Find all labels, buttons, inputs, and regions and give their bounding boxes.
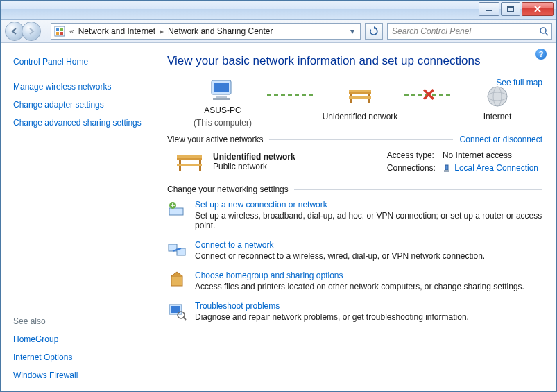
refresh-button[interactable] (365, 23, 383, 40)
connect-network-icon (167, 240, 187, 259)
minimize-button[interactable] (479, 2, 499, 16)
nic-icon (443, 164, 451, 173)
active-network-name: Unidentified network (213, 152, 295, 162)
svg-rect-23 (177, 155, 202, 158)
access-type-value: No Internet access (440, 150, 541, 161)
see-also-link[interactable]: Internet Options (13, 352, 142, 363)
sidebar: Control Panel Home Manage wireless netwo… (1, 43, 148, 391)
address-dropdown-icon[interactable]: ▾ (348, 26, 357, 36)
connection-link[interactable]: Local Area Connection (454, 163, 538, 173)
map-nodes: ASUS-PC (This computer) Unidentified net… (181, 78, 539, 128)
settings-item-desc: Connect or reconnect to a wireless, wire… (195, 251, 485, 261)
search-input[interactable] (391, 26, 539, 37)
settings-item-title[interactable]: Set up a new connection or network (195, 200, 542, 210)
troubleshoot-icon (167, 301, 187, 321)
search-icon[interactable] (539, 26, 549, 36)
svg-rect-29 (169, 208, 183, 215)
connect-disconnect-link[interactable]: Connect or disconnect (460, 135, 542, 144)
svg-rect-33 (171, 276, 182, 286)
settings-item-title[interactable]: Troubleshoot problems (195, 301, 469, 311)
svg-rect-5 (60, 28, 63, 31)
network-map: See full map ASUS-PC (This computer) Uni… (167, 78, 542, 128)
svg-rect-0 (486, 10, 492, 11)
window: « Network and Internet ▸ Network and Sha… (0, 0, 557, 392)
section-label: Change your networking settings (167, 185, 289, 194)
maximize-button[interactable] (501, 2, 520, 16)
svg-rect-12 (216, 96, 227, 98)
content: ? View your basic network information an… (148, 43, 556, 391)
address-box[interactable]: « Network and Internet ▸ Network and Sha… (51, 23, 361, 40)
breadcrumb-part[interactable]: Network and Internet (78, 26, 155, 36)
svg-rect-7 (60, 32, 63, 35)
map-link-bad-icon (404, 94, 453, 96)
control-panel-icon (54, 26, 65, 37)
settings-item-title[interactable]: Choose homegroup and sharing options (195, 271, 524, 280)
settings-item: Connect to a network Connect or reconnec… (167, 240, 542, 261)
page-title: View your basic network information and … (167, 54, 542, 68)
settings-item: Troubleshoot problems Diagnose and repai… (167, 301, 542, 322)
help-icon[interactable]: ? (535, 49, 547, 60)
title-bar (1, 1, 556, 20)
breadcrumb-sep-icon: ▸ (160, 26, 164, 36)
svg-rect-2 (508, 7, 514, 8)
sidebar-link[interactable]: Change adapter settings (13, 99, 142, 110)
settings-header: Change your networking settings (167, 185, 542, 194)
node-label: Internet (483, 112, 512, 121)
svg-rect-13 (213, 98, 230, 100)
close-button[interactable] (522, 2, 554, 16)
control-panel-home-link[interactable]: Control Panel Home (13, 56, 142, 67)
svg-rect-6 (56, 32, 59, 35)
svg-line-37 (183, 317, 186, 320)
see-also-heading: See also (13, 316, 142, 326)
svg-rect-27 (445, 165, 448, 170)
bench-icon (174, 151, 203, 173)
svg-line-9 (545, 33, 548, 35)
active-network-type: Public network (213, 162, 295, 171)
svg-point-8 (540, 28, 546, 33)
settings-item-desc: Access files and printers located on oth… (195, 282, 524, 291)
active-network-block: Unidentified network Public network Acce… (174, 148, 542, 175)
address-bar: « Network and Internet ▸ Network and Sha… (1, 20, 556, 43)
sidebar-link[interactable]: Change advanced sharing settings (13, 117, 142, 128)
node-internet[interactable]: Internet (456, 84, 539, 121)
section-label: View your active networks (167, 135, 264, 144)
globe-icon (482, 84, 513, 109)
settings-item-desc: Set up a wireless, broadband, dial-up, a… (195, 211, 542, 230)
access-type-label: Access type: (384, 150, 438, 161)
see-also-link[interactable]: HomeGroup (13, 334, 142, 345)
node-sublabel: (This computer) (194, 118, 252, 128)
svg-rect-26 (177, 164, 202, 166)
forward-button[interactable] (22, 22, 41, 41)
map-link-ok-icon (267, 94, 316, 96)
active-network-details: Access type: No Internet access Connecti… (383, 148, 542, 175)
settings-item: Set up a new connection or network Set u… (167, 200, 542, 230)
settings-item-title[interactable]: Connect to a network (195, 240, 485, 250)
svg-rect-18 (349, 96, 371, 99)
computer-icon (207, 78, 238, 103)
body: Control Panel Home Manage wireless netwo… (1, 43, 556, 391)
svg-rect-15 (349, 90, 371, 92)
svg-point-19 (488, 87, 507, 106)
svg-rect-4 (56, 28, 59, 31)
see-also-link[interactable]: Windows Firewall (13, 370, 142, 381)
homegroup-icon (167, 271, 187, 290)
connections-label: Connections: (384, 162, 438, 173)
setup-connection-icon (167, 200, 187, 219)
active-networks-header: View your active networks Connect or dis… (167, 135, 542, 144)
settings-item-desc: Diagnose and repair network problems, or… (195, 312, 469, 322)
nav-buttons (5, 22, 46, 41)
settings-item: Choose homegroup and sharing options Acc… (167, 271, 542, 291)
svg-rect-28 (444, 170, 449, 172)
breadcrumb-back-chevron: « (69, 26, 74, 36)
search-box[interactable] (387, 23, 552, 40)
breadcrumb-part[interactable]: Network and Sharing Center (168, 26, 273, 36)
node-unidentified[interactable]: Unidentified network (318, 84, 402, 121)
see-full-map-link[interactable]: See full map (496, 78, 542, 87)
node-label: ASUS-PC (204, 105, 241, 115)
svg-rect-11 (214, 83, 229, 92)
settings-list: Set up a new connection or network Set u… (167, 200, 542, 322)
node-this-pc[interactable]: ASUS-PC (This computer) (181, 78, 264, 128)
bench-icon (345, 84, 375, 109)
sidebar-link[interactable]: Manage wireless networks (13, 81, 142, 92)
node-label: Unidentified network (323, 112, 398, 121)
